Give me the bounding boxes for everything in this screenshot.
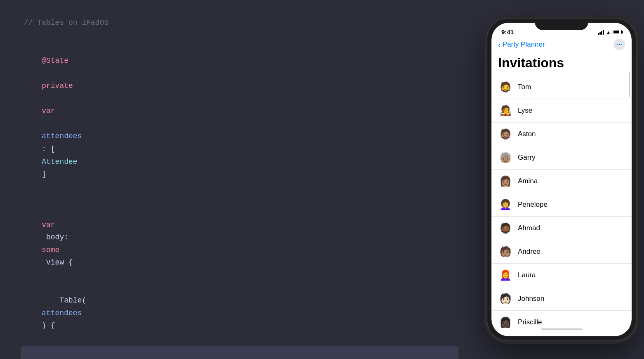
attendee-name: Priscille: [518, 318, 542, 326]
avatar: 👩‍🦱: [498, 197, 513, 212]
code-comment: // Tables on iPadOS: [21, 17, 458, 29]
list-scrollbar: [629, 72, 630, 97]
attendee-name: Amina: [518, 177, 538, 185]
avatar: 🧑‍🎤: [498, 103, 513, 118]
attendee-name: Tom: [518, 83, 531, 91]
attendee-name: Laura: [518, 271, 536, 279]
phone-wrapper: 9:41 ▲ ‹ Par: [479, 0, 644, 359]
list-item[interactable]: 🧑🏽Andree: [491, 240, 632, 264]
phone-screen: 9:41 ▲ ‹ Par: [491, 23, 632, 336]
attendee-name: Johnson: [518, 295, 544, 303]
avatar: 🧑🏻: [498, 291, 513, 306]
signal-bar-1: [598, 33, 599, 35]
status-time: 9:41: [501, 28, 514, 35]
attendee-name: Andree: [518, 248, 541, 256]
chevron-left-icon: ‹: [498, 40, 501, 49]
wifi-icon: ▲: [606, 30, 611, 35]
avatar: 🧑🏽: [498, 244, 513, 259]
phone-device: 9:41 ▲ ‹ Par: [487, 19, 636, 340]
list-item[interactable]: 👩🏿Priscille: [491, 311, 632, 334]
nav-bar: ‹ Party Planner ···: [491, 37, 632, 54]
signal-bar-3: [601, 31, 602, 35]
avatar: 🧔🏾: [498, 221, 513, 236]
list-item[interactable]: 👩‍🦰Laura: [491, 264, 632, 287]
battery-icon: [613, 30, 622, 34]
code-panel: // Tables on iPadOS @State private var a…: [0, 0, 479, 359]
nav-back-label: Party Planner: [503, 40, 545, 49]
home-indicator: [541, 328, 582, 330]
list-item[interactable]: 🧔Tom: [491, 76, 632, 99]
avatar: 🧔: [498, 80, 513, 94]
code-annotation: @State: [42, 57, 68, 65]
list-item[interactable]: 🧑‍🎤Lyse: [491, 99, 632, 123]
avatar: 👩‍🦰: [498, 268, 513, 283]
list-item[interactable]: 👩🏽Amina: [491, 170, 632, 193]
attendee-name: Ahmad: [518, 224, 540, 232]
code-type-attendee: Attendee: [42, 158, 77, 166]
avatar: 🧓🏽: [498, 150, 513, 165]
attendee-name: Aston: [518, 130, 536, 138]
signal-bar-4: [603, 30, 604, 35]
status-icons: ▲: [598, 30, 622, 35]
code-prop-attendees2: attendees: [42, 309, 82, 317]
attendee-name: Garry: [518, 154, 536, 162]
signal-bars-icon: [598, 30, 604, 35]
list-item[interactable]: 🧑🏻Johnson: [491, 287, 632, 311]
code-keyword-var1: var: [42, 107, 55, 115]
code-highlight-block: TableColumn ( "Name" ) { attendee in Att…: [21, 346, 458, 359]
list-item[interactable]: 🧔🏾Ahmad: [491, 217, 632, 240]
list-item[interactable]: 🧓🏽Garry: [491, 146, 632, 170]
list-item[interactable]: 🧔🏽Aston: [491, 123, 632, 146]
nav-back-button[interactable]: ‹ Party Planner: [498, 40, 545, 49]
signal-bar-2: [599, 32, 601, 35]
page-title: Invitations: [491, 54, 632, 76]
code-keyword-private: private: [42, 82, 73, 90]
code-keyword-var2: var: [42, 221, 55, 229]
list-item[interactable]: 👩‍🦱Penelope: [491, 193, 632, 217]
code-keyword-some: some: [42, 246, 59, 254]
attendees-list[interactable]: 🧔Tom🧑‍🎤Lyse🧔🏽Aston🧓🏽Garry👩🏽Amina👩‍🦱Penel…: [491, 76, 632, 336]
code-property-attendees: attendees: [42, 132, 82, 140]
attendee-name: Lyse: [518, 106, 532, 115]
nav-more-button[interactable]: ···: [613, 39, 625, 50]
list-item[interactable]: 🧔🏾Chanel: [491, 334, 632, 336]
avatar: 👩🏿: [498, 315, 513, 330]
more-icon: ···: [616, 41, 622, 48]
battery-fill: [613, 31, 619, 33]
avatar: 👩🏽: [498, 174, 513, 189]
attendee-name: Penelope: [518, 201, 548, 209]
avatar: 🧔🏽: [498, 127, 513, 142]
phone-notch: [535, 19, 588, 30]
